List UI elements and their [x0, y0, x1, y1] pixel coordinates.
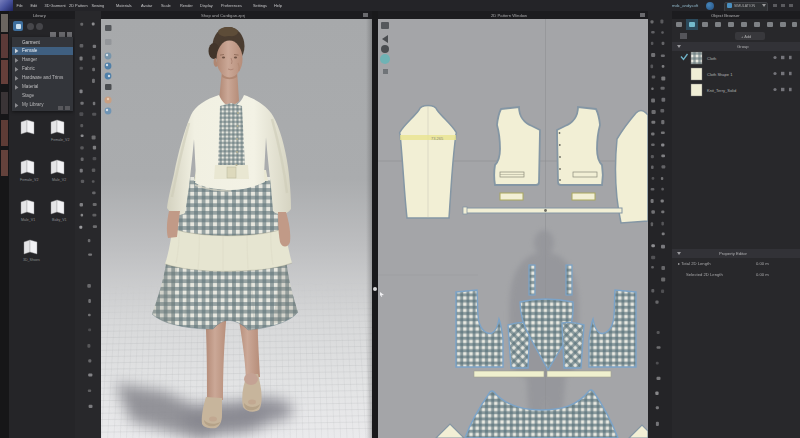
svg-text:Male_V1: Male_V1 — [21, 218, 35, 222]
svg-text:Female_V2: Female_V2 — [51, 138, 69, 142]
svg-text:Female_V2: Female_V2 — [20, 178, 38, 182]
svg-text:73.265: 73.265 — [431, 136, 444, 141]
svg-text:Cloth Shape 1: Cloth Shape 1 — [707, 72, 733, 77]
svg-text:Male_V2: Male_V2 — [52, 178, 66, 182]
svg-text:Baby_V1: Baby_V1 — [52, 218, 67, 222]
svg-text:Knit_Terry_Solid: Knit_Terry_Solid — [707, 88, 736, 93]
svg-text:Cloth: Cloth — [707, 56, 716, 61]
svg-text:3D_Shoes: 3D_Shoes — [23, 258, 40, 262]
